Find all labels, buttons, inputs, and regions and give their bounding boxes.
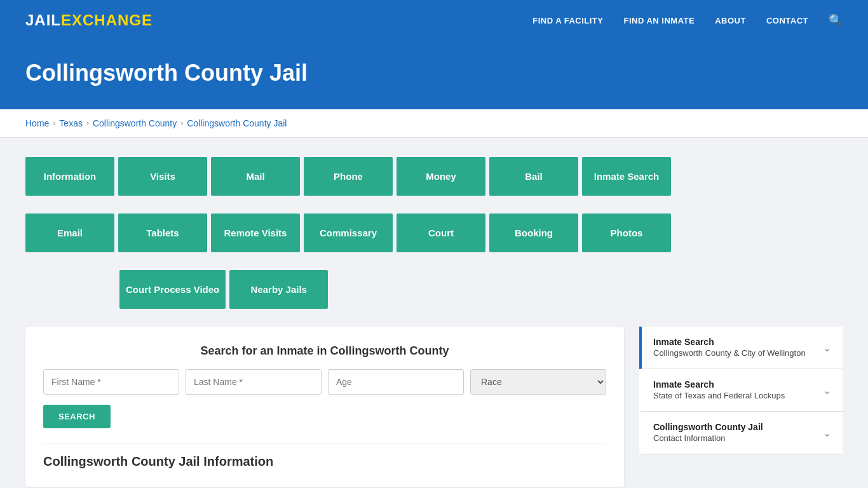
accordion-text-contact: Collingsworth County Jail Contact Inform… <box>653 422 763 444</box>
button-grid-row1: Information Visits Mail Phone Money Bail… <box>25 157 843 196</box>
btn-remote-visits[interactable]: Remote Visits <box>211 214 300 252</box>
accordion-contact-info[interactable]: Collingsworth County Jail Contact Inform… <box>639 412 843 454</box>
content-area: Search for an Inmate in Collingsworth Co… <box>25 327 843 487</box>
left-panel: Search for an Inmate in Collingsworth Co… <box>25 327 624 487</box>
site-header: JAILEXCHANGE FIND A FACILITY FIND AN INM… <box>0 0 868 41</box>
breadcrumb-chevron-3: › <box>180 119 183 128</box>
accordion-title-contact: Collingsworth County Jail <box>653 422 763 432</box>
btn-booking[interactable]: Booking <box>489 214 578 252</box>
btn-mail[interactable]: Mail <box>211 157 300 196</box>
btn-court-process-video[interactable]: Court Process Video <box>119 270 226 309</box>
accordion-title-county: Inmate Search <box>653 337 806 347</box>
nav-contact[interactable]: CONTACT <box>766 16 808 25</box>
breadcrumb-jail[interactable]: Collingsworth County Jail <box>187 118 287 128</box>
main-content: Information Visits Mail Phone Money Bail… <box>0 138 868 488</box>
age-input[interactable] <box>328 369 464 395</box>
button-grid-row2: Email Tablets Remote Visits Commissary C… <box>25 214 843 252</box>
main-nav: FIND A FACILITY FIND AN INMATE ABOUT CON… <box>532 13 843 27</box>
accordion-inmate-search-county[interactable]: Inmate Search Collingsworth County & Cit… <box>639 327 843 369</box>
btn-bail[interactable]: Bail <box>489 157 578 196</box>
btn-email[interactable]: Email <box>25 214 114 252</box>
btn-tablets[interactable]: Tablets <box>118 214 207 252</box>
breadcrumb-texas[interactable]: Texas <box>59 118 83 128</box>
accordion-text-state: Inmate Search State of Texas and Federal… <box>653 379 785 401</box>
page-title: Collingsworth County Jail <box>25 60 843 86</box>
accordion-inmate-search-state[interactable]: Inmate Search State of Texas and Federal… <box>639 369 843 412</box>
accordion-subtitle-state: State of Texas and Federal Lockups <box>653 391 785 400</box>
last-name-input[interactable] <box>186 369 322 395</box>
search-form: Race White Black Hispanic Asian Other <box>43 369 606 395</box>
btn-phone[interactable]: Phone <box>304 157 393 196</box>
site-logo[interactable]: JAILEXCHANGE <box>25 11 153 29</box>
nav-find-facility[interactable]: FIND A FACILITY <box>532 16 603 25</box>
btn-nearby-jails[interactable]: Nearby Jails <box>229 270 328 309</box>
button-grid-row3: Court Process Video Nearby Jails <box>25 270 843 309</box>
search-icon[interactable]: 🔍 <box>829 13 843 27</box>
section-title: Collingsworth County Jail Information <box>43 444 606 469</box>
hero-section: Collingsworth County Jail <box>0 41 868 109</box>
chevron-down-icon-state: ⌄ <box>823 384 831 396</box>
accordion-subtitle-contact: Contact Information <box>653 433 725 443</box>
right-panel: Inmate Search Collingsworth County & Cit… <box>639 327 843 487</box>
race-select[interactable]: Race White Black Hispanic Asian Other <box>470 369 606 395</box>
btn-court[interactable]: Court <box>397 214 485 252</box>
btn-money[interactable]: Money <box>397 157 485 196</box>
accordion-text-county: Inmate Search Collingsworth County & Cit… <box>653 337 806 358</box>
nav-about[interactable]: ABOUT <box>715 16 746 25</box>
accordion-title-state: Inmate Search <box>653 379 785 390</box>
btn-photos[interactable]: Photos <box>582 214 671 252</box>
nav-find-inmate[interactable]: FIND AN INMATE <box>623 16 695 25</box>
logo-exchange: EXCHANGE <box>61 11 153 29</box>
first-name-input[interactable] <box>43 369 179 395</box>
breadcrumb-home[interactable]: Home <box>25 118 49 128</box>
btn-commissary[interactable]: Commissary <box>304 214 393 252</box>
btn-visits[interactable]: Visits <box>118 157 207 196</box>
search-title: Search for an Inmate in Collingsworth Co… <box>43 344 606 358</box>
btn-inmate-search[interactable]: Inmate Search <box>582 157 671 196</box>
breadcrumb: Home › Texas › Collingsworth County › Co… <box>0 109 868 138</box>
breadcrumb-chevron-2: › <box>86 119 89 128</box>
logo-jail: JAIL <box>25 11 61 29</box>
chevron-down-icon-county: ⌄ <box>823 342 831 354</box>
search-button[interactable]: SEARCH <box>43 405 111 428</box>
btn-information[interactable]: Information <box>25 157 114 196</box>
chevron-down-icon-contact: ⌄ <box>823 427 831 439</box>
breadcrumb-county[interactable]: Collingsworth County <box>93 118 177 128</box>
breadcrumb-chevron-1: › <box>53 119 55 128</box>
accordion-subtitle-county: Collingsworth County & City of Wellingto… <box>653 348 806 358</box>
